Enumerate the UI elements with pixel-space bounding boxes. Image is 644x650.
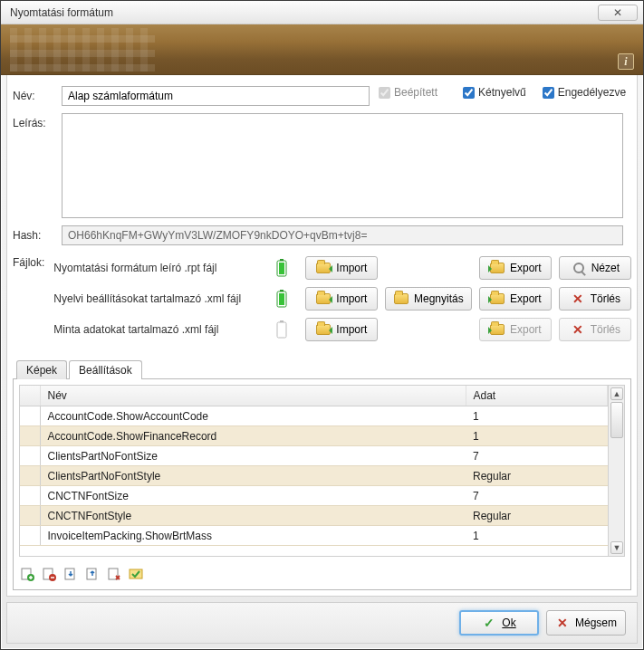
scroll-thumb[interactable] <box>610 402 623 438</box>
import-button[interactable]: Import <box>305 318 378 341</box>
battery-icon <box>274 289 289 309</box>
files-label: Fájlok: <box>13 253 44 269</box>
cell-data[interactable]: 1 <box>466 406 608 426</box>
row-header-cell <box>20 426 40 446</box>
cell-name[interactable]: ClientsPartNoFontSize <box>40 446 466 466</box>
import-button[interactable]: Import <box>305 256 378 280</box>
delete-button-label: Törlés <box>591 292 620 305</box>
export-button-label: Export <box>510 262 542 274</box>
tabstrip: Képek Beállítások <box>13 359 631 378</box>
cell-data[interactable]: 7 <box>466 446 608 466</box>
delete-button: ✕Törlés <box>559 318 631 341</box>
delete-button[interactable]: ✕Törlés <box>559 287 631 311</box>
cell-data[interactable]: 7 <box>466 486 608 506</box>
export-button: Export <box>479 318 552 341</box>
svg-rect-2 <box>279 263 284 274</box>
cell-name[interactable]: ClientsPartNoFontStyle <box>40 466 466 486</box>
scroll-down-button[interactable]: ▼ <box>610 541 623 554</box>
ok-button[interactable]: ✓ Ok <box>459 610 539 636</box>
remove-row-icon[interactable] <box>41 566 57 582</box>
file-row-label: Minta adatokat tartalmazó .xml fájl <box>53 323 267 336</box>
grid-row-header-col <box>20 386 40 406</box>
folder-icon <box>490 292 505 306</box>
export-settings-icon[interactable] <box>84 566 101 582</box>
delete-settings-icon[interactable] <box>106 566 122 582</box>
file-row: Nyelvi beállításokat tartalmazó .xml fáj… <box>53 283 631 314</box>
tab-settings[interactable]: Beállítások <box>69 360 142 379</box>
banner-decoration <box>10 28 155 72</box>
row-name: Név: Beépített Kétnyelvű Engedélyezve <box>13 86 631 106</box>
name-label: Név: <box>13 86 62 102</box>
row-header-cell <box>20 526 40 546</box>
open-button[interactable]: Megnyitás <box>385 287 472 311</box>
settings-grid[interactable]: Név Adat AccountCode.ShowAccountCode1Acc… <box>20 386 608 556</box>
export-button[interactable]: Export <box>479 256 552 280</box>
tab-images[interactable]: Képek <box>16 360 67 379</box>
delete-button-label: Törlés <box>591 323 620 336</box>
ok-label: Ok <box>502 617 515 629</box>
folder-icon <box>316 322 331 337</box>
desc-textarea[interactable] <box>62 113 623 218</box>
table-row[interactable]: CNCTNFontSize7 <box>20 486 608 506</box>
cell-data[interactable]: Regular <box>466 466 608 486</box>
check-icon: ✓ <box>482 616 496 630</box>
export-button-label: Export <box>510 292 542 305</box>
grid-scrollbar[interactable]: ▲ ▼ <box>608 386 624 556</box>
scroll-up-button[interactable]: ▲ <box>610 387 623 400</box>
row-hash: Hash: <box>13 225 631 245</box>
hash-input <box>62 225 623 245</box>
table-row[interactable]: AccountCode.ShowAccountCode1 <box>20 406 608 426</box>
info-icon[interactable]: i <box>618 53 634 70</box>
tabs: Képek Beállítások Név Adat <box>13 359 631 590</box>
enabled-checkbox-input[interactable] <box>543 87 554 99</box>
cell-name[interactable]: CNCTNFontStyle <box>40 506 466 526</box>
import-button-label: Import <box>336 292 367 305</box>
cell-name[interactable]: AccountCode.ShowAccountCode <box>40 406 466 426</box>
cell-name[interactable]: AccountCode.ShowFinanceRecord <box>40 426 466 446</box>
svg-rect-16 <box>130 569 142 578</box>
svg-rect-5 <box>279 293 284 305</box>
validate-settings-icon[interactable] <box>128 566 144 582</box>
file-row-label: Nyelvi beállításokat tartalmazó .xml fáj… <box>53 292 267 305</box>
import-settings-icon[interactable] <box>62 566 79 582</box>
svg-rect-7 <box>277 322 286 338</box>
titlebar: Nyomtatási formátum ✕ <box>1 1 643 24</box>
table-row[interactable]: InvoiceItemPacking.ShowBrtMass1 <box>20 526 608 546</box>
close-window-button[interactable]: ✕ <box>598 5 638 21</box>
folder-icon <box>490 261 505 275</box>
view-button-label: Nézet <box>591 262 620 274</box>
import-button[interactable]: Import <box>305 287 378 311</box>
builtin-checkbox-input <box>379 87 390 99</box>
cell-name[interactable]: InvoiceItemPacking.ShowBrtMass <box>40 526 466 546</box>
cell-data[interactable]: 1 <box>466 426 608 446</box>
export-button[interactable]: Export <box>479 287 552 311</box>
add-row-icon[interactable] <box>19 566 35 582</box>
table-row[interactable]: ClientsPartNoFontSize7 <box>20 446 608 466</box>
export-button-label: Export <box>510 323 542 336</box>
enabled-checkbox[interactable]: Engedélyezve <box>543 86 626 99</box>
dialog-content: Név: Beépített Kétnyelvű Engedélyezve Le… <box>6 75 638 597</box>
view-button[interactable]: Nézet <box>559 256 631 280</box>
row-description: Leírás: <box>13 113 631 218</box>
row-header-cell <box>20 406 40 426</box>
table-row[interactable]: CNCTNFontStyleRegular <box>20 506 608 526</box>
grid-col-data[interactable]: Adat <box>466 386 608 406</box>
file-row-label: Nyomtatási formátum leíró .rpt fájl <box>53 262 267 274</box>
table-row[interactable]: AccountCode.ShowFinanceRecord1 <box>20 426 608 446</box>
cell-data[interactable]: Regular <box>466 506 608 526</box>
file-row: Minta adatokat tartalmazó .xml fájl Impo… <box>53 314 631 345</box>
bilingual-checkbox-input[interactable] <box>463 87 475 99</box>
folder-icon <box>490 322 505 337</box>
cell-name[interactable]: CNCTNFontSize <box>40 486 466 506</box>
folder-icon <box>316 261 331 275</box>
table-row[interactable]: ClientsPartNoFontStyleRegular <box>20 466 608 486</box>
name-input[interactable] <box>62 86 370 106</box>
cancel-button[interactable]: ✕ Mégsem <box>546 610 626 636</box>
cancel-label: Mégsem <box>575 617 617 629</box>
bilingual-checkbox[interactable]: Kétnyelvű <box>463 86 526 99</box>
file-rows: Nyomtatási formátum leíró .rpt fájl Impo… <box>53 253 631 345</box>
grid-col-name[interactable]: Név <box>40 386 466 406</box>
cell-data[interactable]: 1 <box>466 526 608 546</box>
hash-label: Hash: <box>13 225 62 242</box>
grid-body: AccountCode.ShowAccountCode1AccountCode.… <box>20 406 608 546</box>
